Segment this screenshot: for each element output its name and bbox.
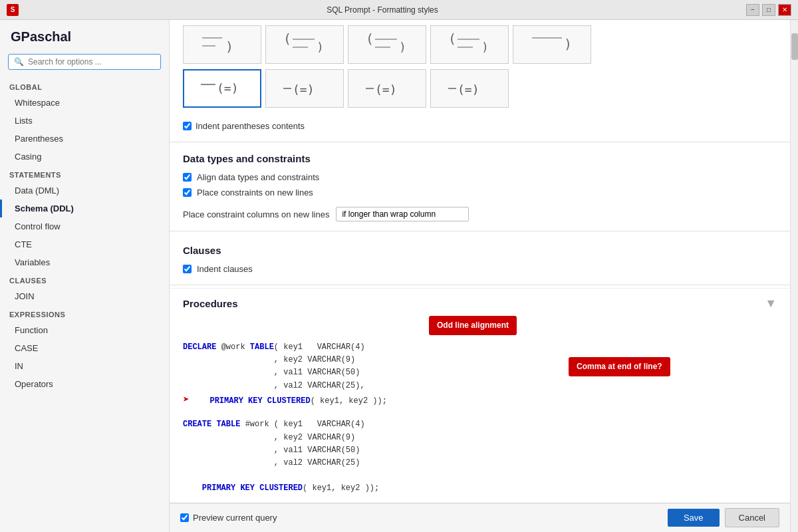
divider-1 — [170, 142, 790, 142]
paren-style-5[interactable]: ) — [513, 25, 591, 64]
minimize-button[interactable]: − — [746, 4, 759, 16]
preview-label-text: Preview current query — [193, 513, 277, 523]
code-2-line-6: PRIMARY KEY CLUSTERED( key1, key2 )); — [183, 482, 777, 495]
title-bar: S SQL Prompt - Formatting styles − □ ✕ — [0, 0, 798, 20]
paren-style-4[interactable]: ( ) — [430, 25, 509, 64]
sidebar-item-casing[interactable]: Casing — [0, 148, 169, 166]
red-arrow-primary-key: ➤ — [183, 394, 190, 406]
paren-style-3-icon: ( ) — [360, 31, 414, 58]
svg-text:): ) — [564, 36, 572, 52]
indent-clauses-row: Indent clauses — [170, 261, 790, 277]
svg-text:(: ( — [366, 31, 374, 47]
indent-paren-text: Indent parentheses contents — [196, 121, 305, 131]
constraint-columns-select-wrapper: if longer than wrap column always never — [336, 207, 469, 221]
sidebar-item-function[interactable]: Function — [0, 321, 169, 339]
odd-line-annotation-container: Odd line alignment — [429, 316, 517, 335]
sidebar-item-variables[interactable]: Variables — [0, 253, 169, 271]
code-1-line-2: , key2 VARCHAR(9) — [183, 354, 777, 366]
paren-style-4-icon: ( ) — [443, 31, 496, 58]
paren-style-5-icon: ) — [525, 31, 579, 58]
section-expressions: EXPRESSIONS — [0, 305, 169, 321]
code-2-line-3: , val1 VARCHAR(50) — [183, 444, 777, 457]
place-constraints-checkbox[interactable] — [183, 188, 192, 197]
bottom-bar: Preview current query Save Cancel — [170, 503, 790, 532]
odd-line-annotation: Odd line alignment — [429, 316, 517, 335]
sidebar-item-lists[interactable]: Lists — [0, 112, 169, 130]
svg-text:(=): (=) — [375, 82, 397, 96]
paren-style-selected[interactable]: (=) — [183, 69, 261, 108]
paren-row-1: ) ( ) ( — [170, 20, 790, 66]
paren-style-6-icon: (=) — [278, 75, 331, 102]
code-2-line-1: CREATE TABLE #work ( key1 VARCHAR(4) — [183, 418, 777, 431]
search-box[interactable]: 🔍 — [8, 54, 161, 70]
sidebar-item-join[interactable]: JOIN — [0, 287, 169, 305]
clauses-header: Clauses — [170, 237, 790, 261]
clauses-section: Clauses Indent clauses — [170, 234, 790, 279]
svg-text:(=): (=) — [217, 81, 239, 95]
indent-clauses-checkbox[interactable] — [183, 265, 192, 273]
window-title: SQL Prompt - Formatting styles — [19, 5, 746, 15]
constraint-columns-row: Place constraint columns on new lines if… — [170, 204, 790, 224]
sidebar: GPaschal 🔍 GLOBAL Whitespace Lists Paren… — [0, 20, 170, 532]
scrollbar-thumb[interactable] — [791, 33, 798, 60]
sidebar-item-control-flow[interactable]: Control flow — [0, 217, 169, 235]
sidebar-item-case[interactable]: CASE — [0, 339, 169, 357]
data-types-header: Data types and constraints — [170, 145, 790, 170]
sidebar-item-parentheses[interactable]: Parentheses — [0, 130, 169, 148]
window-controls: − □ ✕ — [746, 4, 791, 16]
close-button[interactable]: ✕ — [778, 4, 791, 16]
save-button[interactable]: Save — [668, 509, 720, 527]
code-1-line-3: , val1 VARCHAR(50) — [183, 366, 777, 379]
paren-style-7[interactable]: (=) — [348, 69, 426, 108]
scrollbar-right[interactable] — [790, 20, 798, 532]
paren-style-7-icon: (=) — [360, 75, 414, 102]
comma-end-annotation-container: Comma at end of line? — [569, 357, 670, 376]
preview-checkbox[interactable] — [180, 513, 189, 522]
constraint-columns-label: Place constraint columns on new lines — [183, 209, 329, 219]
indent-paren-label[interactable]: Indent parentheses contents — [183, 121, 777, 131]
sidebar-item-whitespace[interactable]: Whitespace — [0, 94, 169, 112]
paren-style-2-icon: ( ) — [278, 31, 331, 58]
code-1-line-4: , val2 VARCHAR(25), — [183, 380, 777, 392]
code-block: Odd line alignment Comma at end of line?… — [170, 316, 790, 503]
paren-style-6[interactable]: (=) — [265, 69, 344, 108]
sidebar-item-in[interactable]: IN — [0, 357, 169, 375]
code-2-line-5 — [183, 469, 777, 482]
content-scroll: ) ( ) ( — [170, 20, 790, 503]
code-2-line-4: , val2 VARCHAR(25) — [183, 457, 777, 469]
sidebar-item-cte[interactable]: CTE — [0, 235, 169, 253]
code-1: DECLARE @work TABLE( key1 VARCHAR(4) , k… — [183, 341, 777, 409]
paren-style-3[interactable]: ( ) — [348, 25, 426, 64]
code-1-line-1: DECLARE @work TABLE( key1 VARCHAR(4) — [183, 341, 777, 354]
search-input[interactable] — [28, 57, 155, 66]
svg-text:): ) — [481, 40, 489, 54]
comma-end-annotation: Comma at end of line? — [569, 357, 670, 376]
svg-text:): ) — [317, 40, 324, 54]
paren-style-2[interactable]: ( ) — [265, 25, 344, 64]
data-types-section: Data types and constraints Align data ty… — [170, 145, 790, 224]
paren-style-selected-icon: (=) — [196, 75, 249, 102]
cancel-button[interactable]: Cancel — [725, 508, 779, 527]
code-2: CREATE TABLE #work ( key1 VARCHAR(4) , k… — [183, 418, 777, 495]
sidebar-item-schema-ddl[interactable]: Schema (DDL) — [0, 200, 169, 217]
procedures-section: Procedures ▼ Odd line alignment Comma at… — [170, 288, 790, 503]
constraint-columns-select[interactable]: if longer than wrap column always never — [336, 207, 469, 221]
svg-text:(=): (=) — [458, 82, 479, 96]
section-statements: STATEMENTS — [0, 166, 169, 182]
paren-style-1-icon: ) — [196, 31, 249, 58]
sidebar-item-data-dml[interactable]: Data (DML) — [0, 182, 169, 200]
align-data-types-label: Align data types and constraints — [197, 172, 319, 182]
maximize-button[interactable]: □ — [762, 4, 775, 16]
indent-paren-checkbox[interactable] — [183, 122, 192, 130]
align-data-types-checkbox[interactable] — [183, 173, 192, 182]
align-data-types-row: Align data types and constraints — [170, 170, 790, 185]
paren-style-8[interactable]: (=) — [430, 69, 509, 108]
procedures-expand-icon[interactable]: ▼ — [765, 297, 777, 311]
svg-text:(=): (=) — [293, 82, 315, 96]
procedures-title: Procedures — [183, 298, 238, 309]
paren-style-8-icon: (=) — [443, 75, 496, 102]
svg-text:(: ( — [448, 31, 456, 47]
paren-style-1[interactable]: ) — [183, 25, 261, 64]
preview-check-label[interactable]: Preview current query — [180, 513, 277, 523]
sidebar-item-operators[interactable]: Operators — [0, 375, 169, 393]
